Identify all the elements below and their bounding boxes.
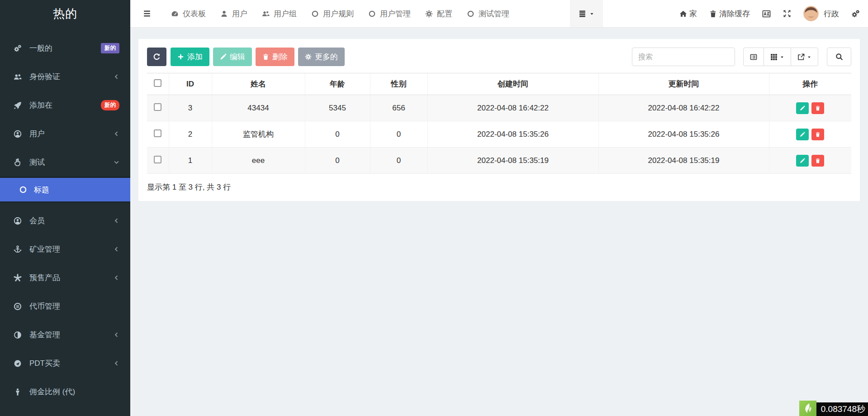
sidebar-item-auth[interactable]: 身份验证 <box>0 62 130 91</box>
detail-view-button[interactable] <box>743 48 764 66</box>
column-header-actions: 操作 <box>769 73 851 95</box>
row-edit-button[interactable] <box>796 102 809 114</box>
sidebar-item-label: 一般的 <box>29 43 52 53</box>
pencil-icon <box>800 132 805 137</box>
row-edit-button[interactable] <box>796 129 809 140</box>
trash-icon <box>262 53 269 60</box>
sidebar-item-label: 代币管理 <box>29 301 60 311</box>
nav-tab-user-manage[interactable]: 用户管理 <box>361 0 418 27</box>
sidebar-subitem-title-active[interactable]: 标题 <box>0 177 130 203</box>
new-badge: 新的 <box>101 100 119 110</box>
home-link[interactable]: 家 <box>679 9 697 19</box>
expand-icon <box>783 10 791 18</box>
user-circle-icon <box>13 130 23 138</box>
table-view-buttons <box>743 48 818 66</box>
sidebar-item-label: 用户 <box>29 129 45 139</box>
chevron-down-icon <box>114 159 119 165</box>
render-time-value: 0.083748秒 <box>816 402 868 416</box>
sidebar-item-presale[interactable]: 预售产品 <box>0 263 130 292</box>
column-header-gender: 性别 <box>370 73 427 95</box>
cell-id: 3 <box>169 95 212 121</box>
user-icon <box>220 10 228 18</box>
caret-down-icon <box>589 11 594 16</box>
gear-icon <box>425 10 433 18</box>
cell-age: 0 <box>305 148 370 174</box>
sidebar-item-label: 佣金比例 (代) <box>29 387 75 397</box>
users-icon <box>262 10 270 18</box>
more-button[interactable]: 更多的 <box>298 48 345 66</box>
chevron-left-icon <box>114 246 119 252</box>
tabs-dropdown-button[interactable] <box>570 0 603 27</box>
trash-icon <box>815 105 821 111</box>
sidebar-toggle-button[interactable] <box>130 0 164 27</box>
cell-updated: 2022-04-08 15:35:19 <box>598 148 769 174</box>
settings-button[interactable] <box>851 10 860 18</box>
search-button[interactable] <box>827 48 851 66</box>
edit-button[interactable]: 编辑 <box>213 48 252 66</box>
nav-tab-user-group[interactable]: 用户组 <box>255 0 304 27</box>
chevron-left-icon <box>114 275 119 281</box>
user-circle-icon <box>13 217 23 225</box>
sidebar-item-token[interactable]: 代币管理 <box>0 292 130 320</box>
caret-down-icon <box>807 55 811 59</box>
row-checkbox[interactable] <box>154 156 161 163</box>
sidebar-item-commission[interactable]: 佣金比例 (代) <box>0 378 130 406</box>
nav-tab-label: 用户规则 <box>323 9 354 19</box>
clear-cache-link[interactable]: 清除缓存 <box>709 9 750 19</box>
sidebar-item-label: 预售产品 <box>29 273 60 283</box>
nav-tab-test-manage[interactable]: 测试管理 <box>460 0 517 27</box>
sidebar-item-general[interactable]: 一般的 新的 <box>0 34 130 62</box>
refresh-button[interactable] <box>147 48 166 66</box>
columns-button[interactable] <box>764 48 791 66</box>
cell-name: 监管机构 <box>212 121 305 148</box>
nav-tab-label: 配置 <box>437 9 452 19</box>
row-checkbox[interactable] <box>154 103 161 111</box>
column-header-name: 姓名 <box>212 73 305 95</box>
sidebar-item-addon[interactable]: 添加在 新的 <box>0 91 130 120</box>
nav-tab-label: 用户 <box>232 9 247 19</box>
row-delete-button[interactable] <box>811 155 824 167</box>
nav-tab-user[interactable]: 用户 <box>213 0 255 27</box>
delete-button[interactable]: 删除 <box>256 48 294 66</box>
fullscreen-button[interactable] <box>783 10 791 18</box>
search-icon <box>835 53 843 61</box>
cogs-icon <box>851 10 860 18</box>
sidebar-item-pdt[interactable]: PDT买卖 <box>0 349 130 378</box>
row-delete-button[interactable] <box>811 102 824 114</box>
anchor-icon <box>13 245 23 253</box>
cell-age: 5345 <box>305 95 370 121</box>
cell-name: 43434 <box>212 95 305 121</box>
row-edit-button[interactable] <box>796 155 809 167</box>
clear-cache-label: 清除缓存 <box>719 9 750 19</box>
cell-created: 2022-04-08 15:35:19 <box>427 148 598 174</box>
sidebar-item-user[interactable]: 用户 <box>0 120 130 148</box>
nav-tab-dashboard[interactable]: 仪表板 <box>164 0 213 27</box>
cell-updated: 2022-04-08 15:35:26 <box>598 121 769 148</box>
gauge-icon <box>171 10 179 18</box>
brand-logo[interactable]: 热的 <box>0 0 130 28</box>
chevron-left-icon <box>114 218 119 224</box>
sidebar-item-test[interactable]: 测试 <box>0 148 130 177</box>
language-switcher[interactable] <box>762 10 771 18</box>
nav-tab-config[interactable]: 配置 <box>418 0 460 27</box>
trash-icon <box>815 132 821 137</box>
add-button[interactable]: 添加 <box>171 48 209 66</box>
render-time-widget: 0.083748秒 <box>799 401 868 416</box>
search-input[interactable] <box>632 48 735 66</box>
export-button[interactable] <box>791 48 818 66</box>
pencil-icon <box>800 158 805 163</box>
sidebar-item-mining[interactable]: 矿业管理 <box>0 235 130 263</box>
add-button-label: 添加 <box>187 52 203 62</box>
row-delete-button[interactable] <box>811 129 824 140</box>
sidebar-item-label: 身份验证 <box>29 72 60 82</box>
content-area: 添加 编辑 删除 更多的 <box>130 28 868 416</box>
top-navbar: 仪表板 用户 用户组 用户规则 用户管理 配置 测试管理 <box>130 0 868 28</box>
select-all-checkbox[interactable] <box>154 79 161 87</box>
nav-tab-user-rule[interactable]: 用户规则 <box>304 0 361 27</box>
plus-icon <box>177 53 184 60</box>
adjust-icon <box>13 331 23 339</box>
sidebar-item-member[interactable]: 会员 <box>0 206 130 235</box>
sidebar-item-fund[interactable]: 基金管理 <box>0 320 130 349</box>
profile-menu[interactable]: 行政 <box>803 6 839 21</box>
row-checkbox[interactable] <box>154 129 161 137</box>
